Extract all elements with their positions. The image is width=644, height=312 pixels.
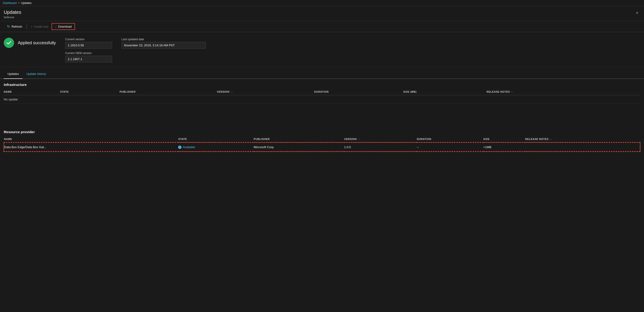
rp-col-duration: DURATION [417,136,484,143]
tab-updates[interactable]: Updates [4,69,22,79]
rp-row-size: <1MB [484,143,525,152]
close-button[interactable]: × [634,9,640,16]
resource-provider-section-title: Resource provider [4,126,640,136]
current-version-value: 1.1910.0.58 [65,42,112,49]
infra-col-release-notes[interactable]: RELEASE NOTES ↑↓ [486,88,640,95]
rp-row-state: iAvailable [178,143,254,152]
last-updated-group: Last updated date November 23, 2019, 3:1… [122,38,206,62]
rp-col-name: NAME [4,136,178,143]
infra-col-version[interactable]: VERSION ↑↓ [217,88,314,95]
rp-col-release-notes[interactable]: RELEASE NOTES ↑↓ [525,136,640,143]
breadcrumb-current: Updates [21,1,32,5]
page-header: Updates bellevue × [0,6,644,21]
download-icon: ↓ [55,24,57,28]
infra-col-publisher: PUBLISHER [120,88,217,95]
table-row[interactable]: Data Box Edge/Data Box Gat...iAvailableM… [4,143,640,152]
rp-row-publisher: Microsoft Corp. [254,143,344,152]
breadcrumb-separator: > [18,1,20,5]
version-sort-icon: ↑↓ [230,91,233,93]
table-row: No update [4,95,640,104]
rp-release-notes-sort-icon: ↑↓ [550,138,552,141]
status-text: Applied successfully [18,40,56,45]
content: Infrastructure NAME STATE PUBLISHER VERS… [0,79,644,152]
status-fields-row: Current version 1.1910.0.58 Current OEM … [65,38,206,62]
infrastructure-table: NAME STATE PUBLISHER VERSION ↑↓ DURATION… [4,88,640,104]
tabs: Updates Update history [0,69,644,79]
refresh-icon: ↻ [7,24,10,28]
page-title: Updates [4,9,640,15]
status-left: Applied successfully [4,38,56,48]
rp-row-duration: -- [417,143,484,152]
download-label: Download [58,25,72,28]
rp-col-publisher: PUBLISHER [254,136,344,143]
breadcrumb: Dashboard > Updates [0,0,644,6]
current-oem-label: Current OEM version [65,51,112,55]
section-spacer-2 [4,115,640,126]
infra-col-size: SIZE (MB) [403,88,486,95]
install-icon: ↑ [31,24,33,28]
page-subtitle: bellevue [4,16,640,19]
infrastructure-section-title: Infrastructure [4,79,640,88]
download-button[interactable]: ↓ Download [52,23,75,30]
no-update-label: No update [4,95,640,104]
tab-update-history[interactable]: Update history [22,69,50,79]
available-badge: iAvailable [178,145,195,149]
status-success-icon [4,38,14,48]
rp-row-version: 1.0.5 [344,143,417,152]
install-label: Install now [34,25,48,28]
resource-provider-table: NAME STATE PUBLISHER VERSION ↑↓ DURATION… [4,136,640,152]
rp-row-release-notes [525,143,640,152]
rp-row-name: Data Box Edge/Data Box Gat... [4,143,178,152]
release-notes-sort-icon: ↑↓ [511,91,514,93]
status-section: Applied successfully Current version 1.1… [0,32,644,67]
toolbar-separator-1 [26,24,27,29]
rp-col-size: SIZE [484,136,525,143]
last-updated-value: November 23, 2019, 3:14:16 AM PST [122,42,206,49]
refresh-button[interactable]: ↻ Refresh [4,23,26,30]
infra-col-name: NAME [4,88,60,95]
current-version-label: Current version [65,38,112,41]
current-oem-value: 2.1.1907.1 [65,56,112,62]
infra-col-duration: DURATION [314,88,403,95]
infra-col-state: STATE [60,88,120,95]
rp-version-sort-icon: ↑↓ [358,138,360,141]
breadcrumb-dashboard-link[interactable]: Dashboard [3,1,17,5]
refresh-label: Refresh [12,25,22,28]
toolbar: ↻ Refresh ↑ Install now ↓ Download [0,21,644,32]
rp-col-state: STATE [178,136,254,143]
current-oem-group: Current OEM version 2.1.1907.1 [65,51,112,62]
last-updated-label: Last updated date [122,38,206,41]
rp-col-version[interactable]: VERSION ↑↓ [344,136,417,143]
section-spacer [4,104,640,115]
install-now-button[interactable]: ↑ Install now [28,23,52,30]
current-version-group: Current version 1.1910.0.58 [65,38,112,49]
